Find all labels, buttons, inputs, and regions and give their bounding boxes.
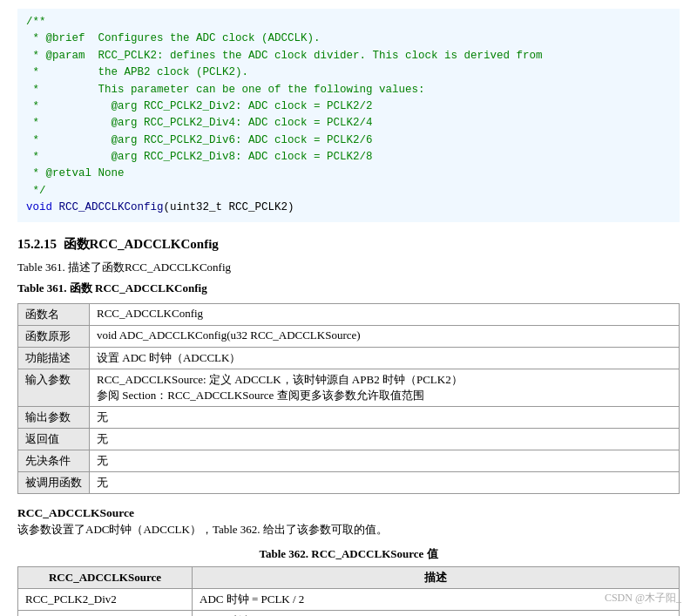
row-label: 返回值 — [18, 428, 90, 450]
table-row: 输出参数无 — [18, 406, 680, 428]
row-label: 被调用函数 — [18, 471, 90, 493]
table-row: 输入参数RCC_ADCCLKSource: 定义 ADCCLK，该时钟源自 AP… — [18, 369, 680, 406]
row-label: 功能描述 — [18, 347, 90, 369]
value-table-2: Table 362. RCC_ADCCLKSource 值 RCC_ADCCLK… — [17, 546, 680, 617]
column-header: 描述 — [193, 566, 680, 588]
desc-value: ADC 时钟 = PCLK / 4 — [193, 610, 680, 616]
section-title: 函数RCC_ADCCLKConfig — [64, 237, 219, 251]
row-label: 函数原形 — [18, 325, 90, 347]
table-caption-1: Table 361. 描述了函数RCC_ADCCLKConfig — [17, 260, 680, 275]
table-row: 函数名RCC_ADCCLKConfig — [18, 303, 680, 325]
row-value: void ADC_ADCCLKConfig(u32 RCC_ADCCLKSour… — [90, 325, 680, 347]
table-2-caption: Table 362. RCC_ADCCLKSource 值 — [17, 546, 680, 562]
row-value: RCC_ADCCLKConfig — [90, 303, 680, 325]
row-value: 设置 ADC 时钟（ADCCLK） — [90, 347, 680, 369]
table-row: 函数原形void ADC_ADCCLKConfig(u32 RCC_ADCCLK… — [18, 325, 680, 347]
row-value: RCC_ADCCLKSource: 定义 ADCCLK，该时钟源自 APB2 时… — [90, 369, 680, 406]
table-1-caption: Table 361. 函数 RCC_ADCCLKConfig — [17, 281, 680, 300]
section-heading: 15.2.15 函数RCC_ADCCLKConfig — [17, 236, 680, 253]
row-label: 输入参数 — [18, 369, 90, 406]
table-header-row: RCC_ADCCLKSource描述 — [18, 566, 680, 588]
row-label: 函数名 — [18, 303, 90, 325]
page-content: /** * @brief Configures the ADC clock (A… — [0, 0, 697, 616]
column-header: RCC_ADCCLKSource — [18, 566, 193, 588]
row-value: 无 — [90, 471, 680, 493]
table-row: RCC_PCLK2_Div4ADC 时钟 = PCLK / 4 — [18, 610, 680, 616]
code-block: /** * @brief Configures the ADC clock (A… — [17, 9, 680, 222]
row-value: 无 — [90, 406, 680, 428]
table-row: RCC_PCLK2_Div2ADC 时钟 = PCLK / 2 — [18, 588, 680, 610]
row-value: 无 — [90, 428, 680, 450]
info-table-1: Table 361. 函数 RCC_ADCCLKConfig 函数名RCC_AD… — [17, 281, 680, 494]
row-value: 无 — [90, 450, 680, 471]
table-row: 被调用函数无 — [18, 471, 680, 493]
table-row: 功能描述设置 ADC 时钟（ADCCLK） — [18, 347, 680, 369]
footer: CSDN @木子阳_ — [605, 591, 681, 606]
source-value: RCC_PCLK2_Div2 — [18, 588, 193, 610]
param-name: RCC_ADCCLKSource — [17, 506, 680, 520]
table-row: 先决条件无 — [18, 450, 680, 471]
source-value: RCC_PCLK2_Div4 — [18, 610, 193, 616]
section-number: 15.2.15 — [17, 237, 57, 251]
row-label: 先决条件 — [18, 450, 90, 471]
table-row: 返回值无 — [18, 428, 680, 450]
param-desc: 该参数设置了ADC时钟（ADCCLK），Table 362. 给出了该参数可取的… — [17, 522, 680, 538]
row-label: 输出参数 — [18, 406, 90, 428]
